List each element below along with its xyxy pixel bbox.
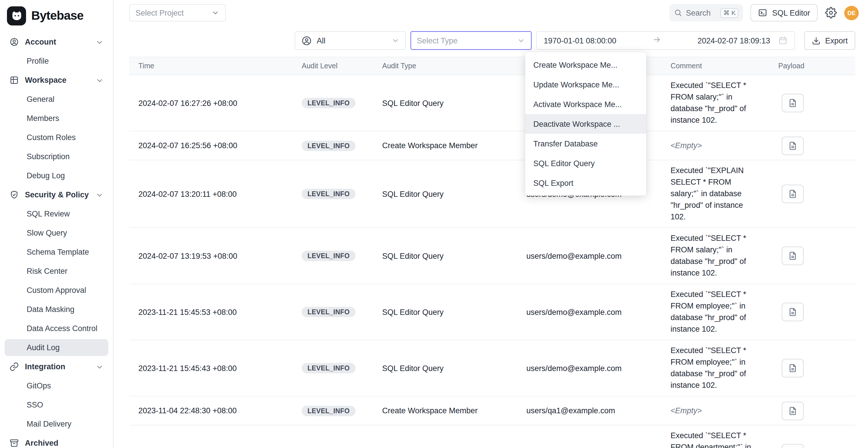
audit-level-badge: LEVEL_INFO (302, 406, 355, 416)
sidebar-group-left: Workspace (9, 75, 67, 85)
sidebar-item-mail-delivery[interactable]: Mail Delivery (5, 416, 108, 433)
sidebar-group-archived[interactable]: Archived (5, 435, 108, 448)
table-row: 2023-11-04 21:26:34 +08:00LEVEL_INFOSQL … (129, 425, 855, 448)
sidebar-group-workspace[interactable]: Workspace (5, 72, 108, 89)
row-level-cell: LEVEL_INFO (292, 184, 373, 204)
export-button[interactable]: Export (804, 31, 855, 50)
payload-view-button[interactable] (782, 185, 804, 203)
payload-view-button[interactable] (782, 247, 804, 265)
sidebar-group-integration[interactable]: Integration (5, 358, 108, 375)
sidebar-item-subscription[interactable]: Subscription (5, 148, 108, 165)
table-row: 2023-11-21 15:45:43 +08:00LEVEL_INFOSQL … (129, 340, 855, 396)
link-icon (9, 362, 19, 372)
payload-view-button[interactable] (782, 136, 804, 155)
row-payload-cell (769, 180, 855, 208)
payload-view-button[interactable] (782, 303, 804, 321)
type-option-update-workspace-me[interactable]: Update Workspace Me... (525, 75, 646, 94)
file-icon (788, 189, 797, 198)
row-time: 2024-02-07 16:27:26 +08:00 (129, 94, 292, 112)
row-comment: Executed `"SELECT * FROM salary;"` in da… (661, 75, 769, 131)
sidebar-item-schema-template[interactable]: Schema Template (5, 244, 108, 260)
row-actor: users/demo@example.com (517, 247, 661, 265)
sidebar-group-left: Integration (9, 362, 65, 372)
row-level-cell: LEVEL_INFO (292, 358, 373, 378)
avatar[interactable]: DE (844, 5, 859, 20)
actor-filter-value: All (317, 36, 326, 45)
sql-editor-button[interactable]: SQL Editor (751, 4, 817, 22)
sidebar-group-label: Security & Policy (25, 190, 89, 199)
type-option-deactivate-workspace[interactable]: Deactivate Workspace ... (525, 114, 646, 134)
row-actor: users/demo@example.com (517, 359, 661, 377)
gear-icon[interactable] (825, 7, 837, 19)
column-header-payload: Payload (769, 62, 855, 70)
table-header-row: TimeAudit LevelAudit TypeActorCommentPay… (129, 57, 855, 75)
sidebar-group-left: Security & Policy (9, 190, 89, 200)
sidebar: Bytebase AccountProfileWorkspaceGeneralM… (0, 0, 114, 448)
sidebar-item-general[interactable]: General (5, 91, 108, 108)
row-comment: Executed `"SELECT * FROM salary;"` in da… (661, 228, 769, 284)
sidebar-group-security-policy[interactable]: Security & Policy (5, 186, 108, 203)
chevron-down-icon (96, 363, 104, 371)
table-row: 2024-02-07 16:27:26 +08:00LEVEL_INFOSQL … (129, 75, 855, 131)
sidebar-item-data-masking[interactable]: Data Masking (5, 301, 108, 318)
sidebar-item-sql-review[interactable]: SQL Review (5, 205, 108, 222)
search-input[interactable]: Search ⌘ K (670, 4, 743, 22)
project-select-placeholder: Select Project (135, 8, 184, 17)
date-range-end[interactable]: 2024-02-07 18:09:13 (698, 36, 770, 45)
sidebar-item-members[interactable]: Members (5, 110, 108, 127)
sidebar-item-debug-log[interactable]: Debug Log (5, 167, 108, 184)
sidebar-group-label: Account (25, 38, 56, 46)
row-time: 2024-02-07 13:20:11 +08:00 (129, 185, 292, 203)
sidebar-item-slow-query[interactable]: Slow Query (5, 225, 108, 242)
grid-icon (9, 75, 19, 85)
row-comment: <Empty> (661, 135, 769, 156)
sidebar-item-audit-log[interactable]: Audit Log (5, 339, 108, 356)
audit-level-badge: LEVEL_INFO (302, 251, 355, 261)
calendar-icon (778, 36, 787, 45)
row-time: 2023-11-04 22:48:30 +08:00 (129, 402, 292, 420)
project-select[interactable]: Select Project (129, 4, 226, 22)
type-option-sql-export[interactable]: SQL Export (525, 173, 646, 193)
type-option-activate-workspace-me[interactable]: Activate Workspace Me... (525, 94, 646, 114)
date-range-start[interactable]: 1970-01-01 08:00:00 (544, 36, 616, 45)
date-range-picker[interactable]: 1970-01-01 08:00:00 2024-02-07 18:09:13 (536, 31, 795, 50)
row-actor: users/demo@example.com (517, 303, 661, 321)
actor-filter-select[interactable]: All (295, 31, 406, 50)
brand-name: Bytebase (31, 9, 83, 23)
download-icon (812, 36, 820, 45)
table-row: 2023-11-04 22:48:30 +08:00LEVEL_INFOCrea… (129, 396, 855, 425)
type-option-create-workspace-me[interactable]: Create Workspace Me... (525, 55, 646, 75)
shield-icon (9, 190, 19, 200)
sidebar-group-account[interactable]: Account (5, 34, 108, 50)
sidebar-item-gitops[interactable]: GitOps (5, 377, 108, 394)
sidebar-item-custom-roles[interactable]: Custom Roles (5, 129, 108, 146)
payload-view-button[interactable] (782, 94, 804, 112)
file-icon (788, 307, 797, 317)
sidebar-item-sso[interactable]: SSO (5, 396, 108, 413)
sidebar-item-data-access-control[interactable]: Data Access Control (5, 320, 108, 337)
row-level-cell: LEVEL_INFO (292, 93, 373, 113)
payload-view-button[interactable] (782, 402, 804, 420)
payload-view-button[interactable] (782, 444, 804, 448)
type-option-sql-editor-query[interactable]: SQL Editor Query (525, 153, 646, 173)
payload-view-button[interactable] (782, 359, 804, 377)
column-header-time: Time (129, 62, 292, 70)
table-row: 2024-02-07 13:20:11 +08:00LEVEL_INFOSQL … (129, 160, 855, 228)
type-filter-select[interactable]: Select Type (410, 31, 532, 50)
search-placeholder: Search (686, 8, 711, 17)
type-filter-placeholder: Select Type (417, 36, 458, 45)
brand-logo[interactable]: Bytebase (5, 5, 108, 27)
row-audit-type: Create Workspace Member (373, 402, 517, 420)
sidebar-item-risk-center[interactable]: Risk Center (5, 263, 108, 280)
row-audit-type: SQL Editor Query (373, 359, 517, 377)
bytebase-logo-icon (7, 6, 26, 25)
table-row: 2023-11-21 15:45:53 +08:00LEVEL_INFOSQL … (129, 284, 855, 340)
sidebar-group-left: Archived (9, 438, 59, 448)
sidebar-item-profile[interactable]: Profile (5, 53, 108, 69)
row-comment: Executed `"SELECT * FROM employee;"` in … (661, 284, 769, 340)
table-row: 2024-02-07 16:25:56 +08:00LEVEL_INFOCrea… (129, 131, 855, 160)
type-option-transfer-database[interactable]: Transfer Database (525, 134, 646, 153)
sidebar-item-custom-approval[interactable]: Custom Approval (5, 282, 108, 299)
row-audit-type: SQL Editor Query (373, 303, 517, 321)
export-label: Export (825, 36, 848, 45)
